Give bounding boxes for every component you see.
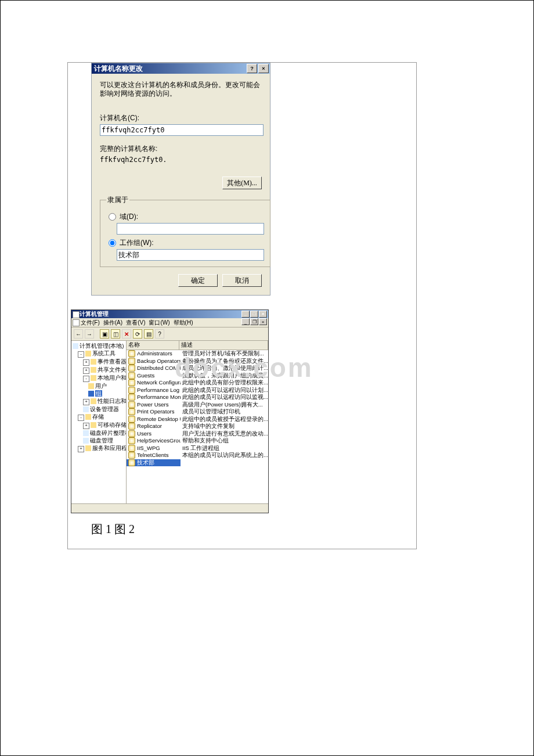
list-item[interactable]: Performance Log Users此组的成员可以远程访问以计划...	[127, 387, 268, 394]
list-item[interactable]: Users用户无法进行有意或无意的改动...	[127, 430, 268, 438]
computer-management-window: 计算机管理 _ □ × 文件(F) 操作(A) 查看(V) 窗口(W) 帮助(H…	[71, 309, 269, 513]
group-icon	[128, 365, 135, 372]
group-icon	[128, 401, 135, 408]
workgroup-radio-label: 工作组(W):	[120, 238, 154, 248]
export-icon[interactable]: ▤	[144, 329, 153, 339]
computer-name-input[interactable]	[100, 124, 264, 136]
minimize-icon[interactable]: _	[241, 311, 250, 318]
member-of-group: 隶属于 域(D): 工作组(W):	[100, 195, 270, 267]
workgroup-radio[interactable]	[109, 239, 116, 247]
group-icon	[128, 372, 135, 379]
close-icon[interactable]: ×	[259, 311, 267, 318]
figure-caption: 图 1 图 2	[91, 521, 416, 537]
list-item[interactable]: Replicator支持域中的文件复制	[127, 423, 268, 430]
mdi-restore-icon[interactable]: ❐	[250, 318, 258, 325]
list-item[interactable]: Power Users高级用户(Power Users)拥有大...	[127, 401, 268, 409]
group-icon	[128, 379, 135, 386]
domain-radio[interactable]	[109, 213, 116, 221]
cancel-button[interactable]: 取消	[222, 274, 262, 287]
close-icon[interactable]: ×	[258, 64, 269, 73]
document-frame: 计算机名称更改 ? × 可以更改这台计算机的名称和成员身份。更改可能会影响对网络…	[67, 62, 417, 549]
group-icon	[128, 350, 135, 357]
full-name-label: 完整的计算机名称:	[100, 144, 262, 154]
menu-view[interactable]: 查看(V)	[126, 318, 145, 327]
group-icon	[128, 445, 135, 452]
group-icon	[128, 358, 135, 365]
workgroup-input[interactable]	[117, 249, 264, 261]
list-item[interactable]: Backup Operators备份操作员为了备份或还原文件...	[127, 358, 268, 365]
rename-computer-dialog: 计算机名称更改 ? × 可以更改这台计算机的名称和成员身份。更改可能会影响对网络…	[91, 63, 270, 296]
list-header[interactable]: 名称 描述	[127, 341, 268, 350]
list-item[interactable]: Distributed COM Users成员允许启动、激活和使用此计...	[127, 365, 268, 372]
other-button[interactable]: 其他(M)...	[222, 177, 262, 189]
group-icon	[128, 452, 135, 459]
mmc-menubar: 文件(F) 操作(A) 查看(V) 窗口(W) 帮助(H) _ ❐ ×	[71, 318, 268, 327]
member-of-legend: 隶属于	[106, 195, 129, 205]
back-icon[interactable]: ←	[74, 329, 83, 339]
mmc-titlebar[interactable]: 计算机管理 _ □ ×	[71, 310, 268, 318]
tree-selected-groups[interactable]: 组	[88, 390, 125, 397]
ok-button[interactable]: 确定	[178, 274, 218, 287]
list-item[interactable]: TelnetClients本组的成员可以访问此系统上的...	[127, 452, 268, 459]
group-icon	[128, 416, 135, 423]
dialog-title: 计算机名称更改	[94, 63, 143, 74]
group-icon	[128, 394, 135, 401]
mmc-tree[interactable]: 计算机管理(本地) -系统工具 +事件查看器 +共享文件夹 -本地用户和组 用户	[71, 341, 127, 503]
dialog-description: 可以更改这台计算机的名称和成员身份。更改可能会影响对网络资源的访问。	[100, 81, 262, 98]
computer-name-label: 计算机名(C):	[100, 113, 262, 123]
list-item[interactable]: Administrators管理员对计算机/域有不受限制...	[127, 350, 268, 358]
list-item[interactable]: Performance Monito...此组的成员可以远程访问以监视...	[127, 394, 268, 401]
col-desc[interactable]: 描述	[179, 341, 268, 350]
help-icon[interactable]: ?	[247, 64, 257, 73]
menu-help[interactable]: 帮助(H)	[174, 318, 193, 327]
dialog-titlebar[interactable]: 计算机名称更改 ? ×	[92, 63, 270, 74]
list-item[interactable]: Remote Desktop Users此组中的成员被授予远程登录的...	[127, 416, 268, 423]
list-item[interactable]: IIS_WPGIIS 工作进程组	[127, 445, 268, 452]
domain-input[interactable]	[117, 223, 264, 235]
forward-icon[interactable]: →	[85, 329, 94, 339]
mmc-toolbar: ← → ▣ ◫ ✕ ⟳ ▤ ?	[71, 327, 268, 341]
group-icon	[128, 423, 135, 430]
group-icon	[128, 459, 135, 466]
menu-window[interactable]: 窗口(W)	[149, 318, 169, 327]
mmc-list[interactable]: 名称 描述 Administrators管理员对计算机/域有不受限制...Bac…	[127, 341, 268, 503]
up-icon[interactable]: ▣	[100, 329, 109, 339]
delete-icon[interactable]: ✕	[122, 329, 131, 339]
full-name-value: ffkfvqh2cc7fyt0.	[100, 156, 262, 164]
mdi-minimize-icon[interactable]: _	[241, 318, 250, 325]
list-item[interactable]: 技术部	[127, 459, 268, 467]
list-item[interactable]: Guests按默认值，来宾跟用户组的成员...	[127, 372, 268, 380]
group-icon	[128, 387, 135, 394]
menu-action[interactable]: 操作(A)	[103, 318, 122, 327]
mmc-statusbar	[71, 503, 268, 513]
maximize-icon[interactable]: □	[250, 311, 258, 318]
list-item[interactable]: Network Configurat...此组中的成员有部分管理权限来...	[127, 379, 268, 387]
help-icon[interactable]: ?	[155, 329, 164, 339]
menu-file[interactable]: 文件(F)	[81, 318, 100, 327]
group-icon	[128, 437, 135, 444]
mdi-close-icon[interactable]: ×	[259, 318, 267, 325]
list-item[interactable]: HelpServicesGroup帮助和支持中心组	[127, 437, 268, 445]
group-icon	[128, 430, 135, 437]
properties-icon[interactable]: ◫	[111, 329, 120, 339]
domain-radio-label: 域(D):	[120, 212, 138, 222]
refresh-icon[interactable]: ⟳	[133, 329, 142, 339]
list-item[interactable]: Print Operators成员可以管理域打印机	[127, 408, 268, 416]
mmc-title: 计算机管理	[80, 310, 109, 318]
col-name[interactable]: 名称	[127, 341, 179, 350]
group-icon	[128, 408, 135, 415]
